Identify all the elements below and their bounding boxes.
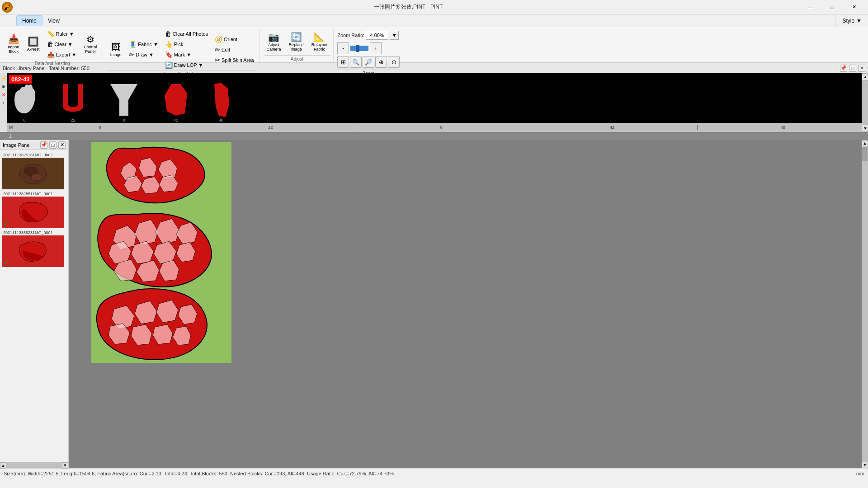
shape-irregular1: 42 [162,82,189,122]
image-item-1[interactable]: 20211113825161MG_0002 [2,152,66,190]
zoom-slider[interactable] [350,46,368,51]
zoom-plus-button[interactable]: + [370,42,382,54]
shape-irregular2-svg [212,82,230,118]
ribbon: 📥 ImportBlock 🔲 A-Nest 📏 Ruler ▼ 🗑 Clear… [0,27,868,63]
clear-button[interactable]: 🗑 Clear ▼ [44,39,80,49]
image-pane-close-button[interactable]: ✕ [58,141,66,149]
zoom-down-button[interactable]: ▼ [390,31,399,40]
ribbon-group-adjust: 📷 AdjustCamera 🔄 ReplaceImage 📐 Relayout… [261,29,334,62]
thumb-3-svg [15,239,51,264]
menu-view[interactable]: View [42,16,65,26]
fabric-icon: 🧵 [129,41,137,48]
mark-button[interactable]: 🔖 Mark ▼ [162,50,211,60]
block-library-title: Block Library Pane - Total Number: 550 [3,66,840,71]
shape-irregular2: 40 [212,82,230,122]
image-thumb-2: ✓ [2,197,64,228]
thumb-2-svg [15,200,51,225]
thumb-1-svg [15,161,51,186]
split-skin-area-button[interactable]: ✂ Split Skin Area [212,55,257,65]
replace-image-button[interactable]: 🔄 ReplaceImage [286,31,307,53]
maximize-button[interactable]: □ [822,0,843,14]
fabric-button[interactable]: 🧵 Fabric ▼ [126,39,161,49]
shape-irregular1-svg [162,82,189,118]
block-tool-1[interactable]: ⚡ [0,75,7,81]
leather-piece-bottom [97,289,207,360]
camera-icon: 📷 [268,33,279,42]
row-label-bar: 1 [0,132,868,140]
zoom-ratio-label: Zoom Ratio: [337,33,364,38]
image-pane-title: Image Pane [3,142,40,148]
block-lib-pin-button[interactable]: 📌 [840,65,847,72]
block-lib-scroll-up[interactable]: ▲ [862,73,868,80]
pick-button[interactable]: 👆 Pick [162,39,211,49]
adjust-camera-button[interactable]: 📷 AdjustCamera [264,31,284,53]
image-pane-pin-button[interactable]: 📌 [40,141,47,149]
fabric-svg [91,142,231,363]
clear-all-photos-button[interactable]: 🗑 Clear All Photos [162,29,211,39]
block-tool-3[interactable]: ↕ [0,99,7,106]
ruler-button[interactable]: 📏 Ruler ▼ [44,29,80,39]
orient-icon: 🧭 [215,36,222,43]
image-label-2: 20211113828511MG_0001 [2,191,66,197]
scale-seg-42: 42 [527,125,698,130]
scale-segments: 0 22 0 42 40 [14,125,868,130]
edit-button[interactable]: ✏ Edit [212,45,257,55]
zoom-minus-button[interactable]: - [337,42,349,54]
image-thumb-1 [2,158,64,189]
image-pane-float-button[interactable]: □ [49,141,57,149]
clear-all-photos-icon: 🗑 [165,30,171,38]
block-lib-scroll-down[interactable]: ▼ [862,125,868,132]
status-bar: Size(mm): Width=2251.5, Length=1504.6; F… [0,468,868,478]
image-pane-scroll-down[interactable]: ▼ [62,462,68,469]
scale-seg-22: 22 [185,125,356,130]
zoom-ratio-input[interactable] [366,31,388,40]
block-tool-2[interactable]: ≡ [0,83,7,89]
window-controls: — □ ✕ [800,0,864,14]
block-lib-close-button[interactable]: ✕ [858,65,865,72]
leather-piece-middle [98,213,212,287]
menu-home[interactable]: Home [16,15,42,26]
main-layout: Image Pane 📌 □ ✕ 20211113825161MG_0002 [0,140,868,468]
orient-button[interactable]: 🧭 Orient [212,34,257,44]
pick-icon: 👆 [165,41,173,48]
check-mark-2: ✓ [3,220,9,227]
image-item-2[interactable]: 20211113828511MG_0001 ✓ [2,191,66,229]
a-nest-button[interactable]: 🔲 A-Nest [24,35,43,53]
close-button[interactable]: ✕ [844,0,864,14]
style-button[interactable]: Style ▼ [835,14,868,27]
shape-u-svg [61,82,85,118]
canvas-scroll-thumb[interactable] [862,147,868,161]
block-id: 082-43 [9,75,32,84]
mark-icon: 🔖 [165,51,173,58]
minimize-button[interactable]: — [800,0,821,14]
shape-funnel-value: 0 [123,118,125,122]
relayout-fabric-button[interactable]: 📐 RelayoutFabric [308,31,331,53]
zoom-ratio-row: Zoom Ratio: ▼ [337,31,400,40]
canvas-scroll-down[interactable]: ▼ [862,462,868,468]
zoom-slider-thumb[interactable] [356,45,359,52]
control-panel-button[interactable]: ⚙ ControlPanel [80,33,100,56]
canvas-scroll-track [862,147,868,463]
fabric-image [91,142,231,363]
block-library-controls: 📌 □ ✕ [840,65,865,72]
leather-piece-top [107,147,205,203]
block-lib-float-button[interactable]: □ [849,65,856,72]
image-button[interactable]: 🖼 Image [107,41,125,59]
shape-hand: 0 [11,82,38,122]
image-icon: 🖼 [111,42,120,52]
edit-icon: ✏ [215,46,220,53]
canvas-scroll-up[interactable]: ▲ [862,140,868,146]
export-button[interactable]: 📤 Export ▼ [44,50,80,60]
draw-button[interactable]: ✏ Draw ▼ [126,50,161,60]
block-lib-scrollbar: ▲ ▼ [862,73,868,132]
title-bar: 一张照片多张皮.PINT - PINT — □ ✕ [0,0,868,14]
block-tool-x[interactable]: ✕ [0,91,7,98]
import-block-button[interactable]: 📥 ImportBlock [5,33,23,56]
canvas-area[interactable]: ▲ ▼ [69,140,868,468]
import-icon: 📥 [8,35,19,44]
image-thumb-3: ✓ [2,235,64,267]
image-item-3[interactable]: 20211113856231MG_0001 ✓ [2,230,66,267]
check-mark-3: ✓ [3,259,9,266]
row-m-label: 1 [9,134,12,139]
image-pane-scroll-up[interactable]: ▲ [0,462,6,469]
